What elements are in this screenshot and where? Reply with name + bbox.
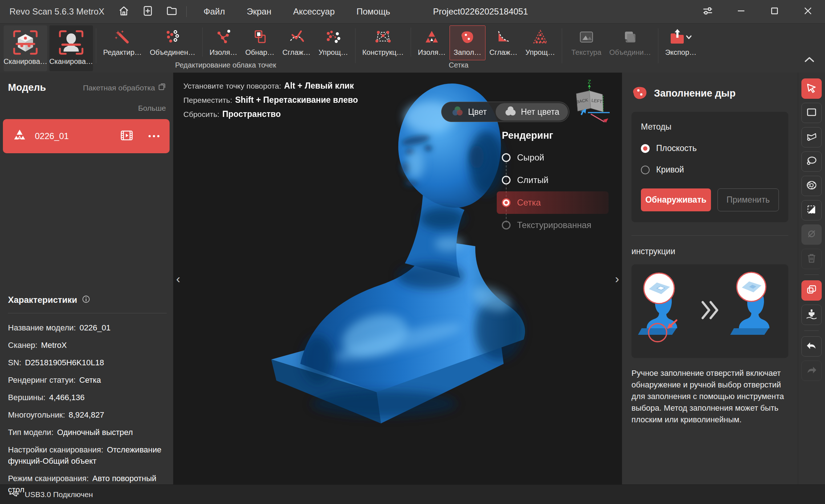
simplify-points-button[interactable]: Упрощ… <box>314 25 352 60</box>
redo-button[interactable] <box>801 361 822 381</box>
menu-screen[interactable]: Экран <box>237 3 281 20</box>
construct-mesh-button[interactable]: Конструкц… <box>358 25 408 60</box>
navigation-cube[interactable]: Z BACK LEFT <box>565 78 613 125</box>
hint-pan: Переместить:Shift + Перетаскивание влево <box>183 93 358 107</box>
rectangle-select-icon <box>805 106 818 120</box>
isolate-points-button[interactable]: Изоля… <box>206 25 241 60</box>
simplify-mesh-icon <box>532 29 549 45</box>
delete-selection-button[interactable] <box>801 249 822 269</box>
model-panel-title: Модель <box>8 82 46 93</box>
smooth-brush-button[interactable] <box>801 305 822 325</box>
scan-bust-label: Сканирова… <box>49 57 93 66</box>
hidden-eye-icon <box>805 228 818 241</box>
ribbon-divider <box>202 28 203 57</box>
close-button[interactable] <box>800 4 816 19</box>
render-option-textured[interactable]: Текстурированная <box>502 218 611 232</box>
collapse-right-panel-button[interactable]: › <box>615 272 619 286</box>
texture-button[interactable]: Текстура <box>567 25 605 60</box>
trash-icon <box>805 252 818 266</box>
export-button[interactable]: Экспор… <box>661 25 700 60</box>
maximize-button[interactable] <box>767 4 782 19</box>
info-icon[interactable] <box>82 295 90 305</box>
instructions-text: Ручное заполнение отверстий включает обн… <box>631 367 788 426</box>
scan-bust-icon <box>58 29 85 56</box>
model-panel: Модель Пакетная обработка Больше 0226_01 <box>0 73 173 484</box>
menu-file[interactable]: Файл <box>194 3 234 20</box>
collapse-ribbon-button[interactable] <box>804 56 815 65</box>
project-title: Project02262025184051 <box>433 7 528 17</box>
smooth-mesh-button[interactable]: Сглаж… <box>485 25 521 60</box>
properties-section: Характеристики Название модели:0226_01 С… <box>8 295 167 501</box>
more-button[interactable]: Больше <box>138 104 166 113</box>
open-project-button[interactable] <box>164 4 179 19</box>
color-off-option[interactable]: Нет цвета <box>496 103 568 121</box>
preview-video-icon[interactable] <box>120 130 133 143</box>
menubar: Файл Экран Аксессуар Помощь <box>194 3 399 20</box>
viewport-3d[interactable]: Установите точку поворота:Alt + Левый кл… <box>173 73 622 484</box>
menu-help[interactable]: Помощь <box>347 3 400 20</box>
fill-holes-tool-button[interactable] <box>801 280 822 301</box>
home-button[interactable] <box>117 4 131 19</box>
rendering-title: Рендеринг <box>502 130 611 141</box>
scan-object-label: Сканирова… <box>4 57 48 66</box>
rendering-panel: Рендеринг Сырой Слитый Сетка <box>502 130 611 241</box>
hint-reset: Сбросить:Пространство <box>183 107 358 122</box>
method-plane-option[interactable]: Плоскость <box>641 143 779 153</box>
paintbrush-icon <box>805 308 818 322</box>
axis-z-label: Z <box>588 78 591 85</box>
merge-points-icon <box>164 29 181 45</box>
new-project-button[interactable] <box>141 4 155 19</box>
render-option-raw[interactable]: Сырой <box>502 151 611 164</box>
merge-pointcloud-button[interactable]: Объединен… <box>146 25 199 60</box>
simplify-mesh-button[interactable]: Упрощ… <box>521 25 559 60</box>
select-cursor-button[interactable] <box>801 78 822 99</box>
ribbon-group-pointcloud: Редактир… Объединен… Изоля… <box>99 25 352 69</box>
hint-set-pivot: Установите точку поворота:Alt + Левый кл… <box>183 79 358 93</box>
lasso-select-icon <box>805 155 818 168</box>
isolate-points-icon <box>215 29 232 45</box>
menu-accessory[interactable]: Аксессуар <box>284 3 344 20</box>
polygon-select-button[interactable] <box>801 127 822 147</box>
more-options-icon[interactable] <box>148 133 160 139</box>
app-title: Revo Scan 5.6.3 MetroX <box>9 7 104 17</box>
ribbon-divider <box>96 28 96 63</box>
undo-button[interactable] <box>801 336 822 357</box>
merge-mesh-button[interactable]: Объедини… <box>605 25 655 60</box>
redo-icon <box>805 364 818 378</box>
rail-divider <box>804 330 819 331</box>
color-on-option[interactable]: Цвет <box>443 103 496 121</box>
edit-pointcloud-button[interactable]: Редактир… <box>99 25 146 60</box>
batch-processing-button[interactable]: Пакетная обработка <box>83 83 166 93</box>
smooth-points-button[interactable]: Сглаж… <box>279 25 314 60</box>
render-option-mesh[interactable]: Сетка <box>497 191 609 214</box>
hide-selection-button[interactable] <box>801 224 822 245</box>
isolate-mesh-button[interactable]: Изоля… <box>414 25 450 60</box>
scan-bust-button[interactable]: Сканирова… <box>49 25 93 71</box>
rect-select-button[interactable] <box>801 103 822 123</box>
method-curve-option[interactable]: Кривой <box>641 165 779 175</box>
brush-select-button[interactable] <box>801 176 822 196</box>
new-file-icon <box>142 5 153 18</box>
invert-selection-button[interactable] <box>801 200 822 220</box>
preferences-button[interactable] <box>700 4 715 19</box>
model-list-item[interactable]: 0226_01 <box>3 119 170 153</box>
ribbon-divider <box>355 28 355 63</box>
group-label-pointcloud: Редактирование облака точек <box>99 61 352 69</box>
main-area: Модель Пакетная обработка Больше 0226_01 <box>0 73 825 484</box>
simplify-points-icon <box>325 29 342 45</box>
fill-holes-button[interactable]: Запол… <box>450 25 485 60</box>
prop-model-name: Название модели:0226_01 <box>8 322 167 333</box>
minimize-button[interactable] <box>733 4 749 19</box>
selection-tool-rail <box>798 73 825 484</box>
overlap-detect-icon <box>252 29 268 45</box>
scan-object-button[interactable]: Сканирова… <box>4 25 47 71</box>
render-option-fused[interactable]: Слитый <box>502 173 611 187</box>
app-window: Revo Scan 5.6.3 MetroX Файл Экран <box>0 0 825 504</box>
methods-card: Методы Плоскость Кривой Обнаруживать При… <box>631 112 788 222</box>
detect-overlap-button[interactable]: Обнар… <box>241 25 278 60</box>
lasso-select-button[interactable] <box>801 151 822 172</box>
detect-button[interactable]: Обнаруживать <box>641 188 711 211</box>
collapse-left-panel-button[interactable]: ‹ <box>176 272 180 286</box>
apply-button[interactable]: Применить <box>718 188 779 211</box>
fill-holes-panel: Заполнение дыр Методы Плоскость Кривой О… <box>622 73 798 484</box>
